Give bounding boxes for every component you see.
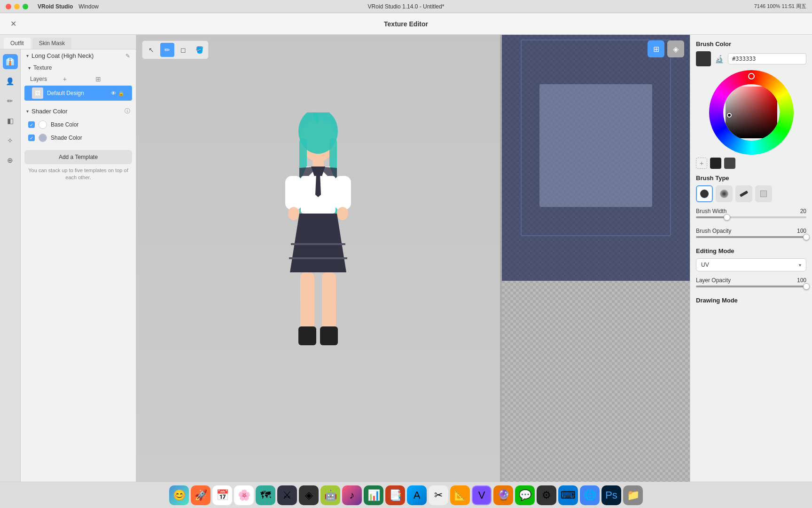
- add-layer-button[interactable]: +: [63, 75, 94, 83]
- select-tool-button[interactable]: ↖: [144, 43, 158, 57]
- base-color-swatch[interactable]: [39, 120, 47, 129]
- layer-name: Default Design: [47, 90, 111, 96]
- brush-type-circle-soft[interactable]: [716, 185, 733, 202]
- dock-android[interactable]: 🤖: [320, 485, 340, 505]
- svg-rect-19: [300, 272, 314, 333]
- brush-width-row: Brush Width 20: [696, 208, 806, 214]
- color-hex-input[interactable]: #333333: [728, 53, 806, 64]
- layer-opacity-thumb[interactable]: [803, 283, 810, 290]
- fill-tool-button[interactable]: 🪣: [192, 43, 206, 57]
- saturation-value-square[interactable]: [726, 87, 777, 138]
- brush-type-circle-solid[interactable]: [696, 185, 713, 202]
- layer-opacity-slider[interactable]: [696, 286, 806, 287]
- hue-cursor[interactable]: [748, 73, 755, 79]
- dock-launchpad[interactable]: 🚀: [191, 485, 211, 505]
- brush-color-title: Brush Color: [696, 40, 806, 48]
- minimize-window-button[interactable]: [14, 4, 20, 9]
- dock-music[interactable]: ♪: [342, 485, 362, 505]
- template-hint: You can stack up to five templates on to…: [24, 167, 132, 182]
- sidebar-icon-brush[interactable]: ✏: [3, 94, 18, 109]
- brush-width-slider[interactable]: [696, 216, 806, 218]
- dock-browser[interactable]: 🌐: [580, 485, 600, 505]
- color-swatch-0[interactable]: [710, 158, 721, 169]
- icon-sidebar: 👔 👤 ✏ ◧ ✧ ⊕: [0, 49, 21, 482]
- dock-github[interactable]: ⚙: [537, 485, 556, 505]
- dock-photos[interactable]: 🌸: [234, 485, 254, 505]
- dock-ps[interactable]: Ps: [601, 485, 621, 505]
- add-swatch-button[interactable]: +: [696, 158, 707, 169]
- svg-rect-20: [322, 272, 336, 333]
- dock-calendar[interactable]: 📅: [212, 485, 232, 505]
- shade-color-swatch[interactable]: [39, 134, 47, 142]
- outfit-chevron-icon: ▾: [26, 53, 29, 58]
- color-swatch-1[interactable]: [724, 158, 735, 169]
- dock-vscode[interactable]: ⌨: [558, 485, 578, 505]
- color-wheel[interactable]: [709, 70, 794, 155]
- shade-color-checkbox[interactable]: ✓: [28, 135, 35, 141]
- layer-visibility-icon[interactable]: 👁: [111, 90, 116, 96]
- brush-opacity-row: Brush Opacity 100: [696, 228, 806, 234]
- character-preview[interactable]: [136, 35, 500, 482]
- dock-clip[interactable]: ✂: [429, 485, 448, 505]
- dock-appstore[interactable]: A: [407, 485, 427, 505]
- brush-type-calligraphy[interactable]: [735, 185, 752, 202]
- maximize-window-button[interactable]: [23, 4, 28, 9]
- brush-opacity-value: 100: [797, 228, 806, 234]
- sidebar-icon-export[interactable]: ⊕: [3, 153, 18, 168]
- eraser-tool-button[interactable]: ◻: [176, 43, 190, 57]
- dock-finder2[interactable]: 📁: [623, 485, 643, 505]
- brush-tool-button[interactable]: ✏: [160, 43, 174, 57]
- outfit-edit-icon[interactable]: ✎: [125, 53, 130, 59]
- editing-mode-value: UV: [701, 262, 799, 268]
- sidebar-icon-effects[interactable]: ✧: [3, 133, 18, 148]
- system-info: 7146 100% 11:51 周五: [754, 3, 806, 10]
- texture-canvas[interactable]: [502, 35, 690, 482]
- base-color-checkbox[interactable]: ✓: [28, 121, 35, 128]
- brush-opacity-slider[interactable]: [696, 236, 806, 238]
- dock-blender[interactable]: 🔮: [493, 485, 513, 505]
- tab-outfit[interactable]: Outfit: [4, 38, 31, 49]
- editing-mode-dropdown[interactable]: UV ▾: [696, 258, 806, 271]
- dock-vroid[interactable]: V: [472, 485, 492, 505]
- current-color-swatch[interactable]: [696, 51, 711, 66]
- tab-skin-mask[interactable]: Skin Mask: [32, 38, 71, 49]
- shader-color-header[interactable]: ▾ Shader Color ⓘ: [21, 104, 136, 118]
- brush-opacity-section: Brush Opacity 100: [696, 228, 806, 238]
- eyedropper-icon[interactable]: 🔬: [715, 55, 724, 64]
- brush-width-thumb[interactable]: [724, 214, 730, 221]
- add-template-button[interactable]: Add a Template: [24, 150, 132, 164]
- dock-maps[interactable]: 🗺: [256, 485, 275, 505]
- dock-powerpoint[interactable]: 📑: [385, 485, 405, 505]
- dock-weixin[interactable]: 💬: [515, 485, 535, 505]
- outfit-section-header[interactable]: ▾ Long Coat (High Neck) ✎: [21, 49, 136, 62]
- sidebar-icon-body[interactable]: 👤: [3, 74, 18, 89]
- dock-sword[interactable]: ⚔: [277, 485, 297, 505]
- shader-info-icon[interactable]: ⓘ: [125, 107, 130, 115]
- brush-opacity-label: Brush Opacity: [696, 228, 731, 234]
- editing-mode-title: Editing Mode: [696, 247, 806, 254]
- brush-type-square[interactable]: [755, 185, 772, 202]
- sidebar-icon-outfit[interactable]: 👔: [3, 54, 18, 69]
- dock-finder[interactable]: 😊: [169, 485, 189, 505]
- titlebar-right: 7146 100% 11:51 周五: [754, 3, 806, 10]
- sidebar-icon-layers[interactable]: ◧: [3, 113, 18, 128]
- menu-window[interactable]: Window: [78, 3, 99, 10]
- svg-rect-22: [320, 326, 338, 345]
- grid-view-button[interactable]: ⊞: [648, 40, 664, 57]
- import-layer-button[interactable]: ⊞: [95, 75, 126, 83]
- header-bar: ✕ Texture Editor: [0, 13, 812, 35]
- sv-cursor[interactable]: [727, 113, 732, 118]
- dock-unity[interactable]: ◈: [299, 485, 319, 505]
- close-editor-button[interactable]: ✕: [8, 18, 19, 30]
- traffic-lights: [6, 4, 28, 9]
- brush-opacity-thumb[interactable]: [803, 234, 810, 240]
- dock-excel[interactable]: 📊: [364, 485, 383, 505]
- layer-item[interactable]: 🖼 Default Design 👁 🔒: [24, 86, 132, 101]
- layer-opacity-label: Layer Opacity: [696, 277, 731, 284]
- 3d-view-button[interactable]: ◈: [667, 40, 684, 57]
- svg-point-14: [288, 207, 299, 220]
- texture-section-header[interactable]: ▾ Texture: [21, 62, 136, 73]
- dock-clip2[interactable]: 📐: [450, 485, 470, 505]
- close-window-button[interactable]: [6, 4, 11, 9]
- layer-lock-icon[interactable]: 🔒: [118, 90, 125, 96]
